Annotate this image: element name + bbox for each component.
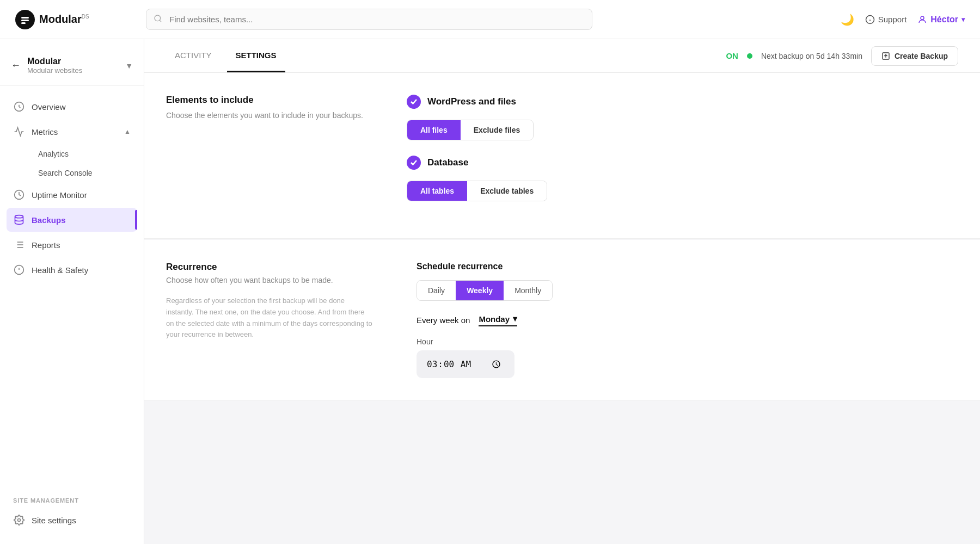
health-icon: [13, 264, 25, 276]
content-area: ACTIVITY SETTINGS ON Next backup on 5d 1…: [144, 39, 980, 544]
svg-point-16: [18, 519, 21, 522]
recurrence-section: Recurrence Choose how often you want bac…: [144, 240, 980, 400]
support-label: Support: [878, 15, 907, 24]
backups-icon: [13, 214, 25, 226]
svg-point-8: [15, 215, 23, 218]
exclude-tables-button[interactable]: Exclude tables: [467, 181, 547, 201]
frequency-toggle: Daily Weekly Monthly: [416, 280, 553, 301]
workspace-sub: Modular websites: [27, 66, 125, 75]
moon-icon[interactable]: 🌙: [841, 13, 854, 26]
content-header: ACTIVITY SETTINGS ON Next backup on 5d 1…: [144, 39, 980, 73]
hour-input[interactable]: [426, 358, 503, 370]
tab-settings[interactable]: SETTINGS: [227, 40, 285, 72]
day-dropdown[interactable]: Monday ▾: [479, 314, 517, 326]
daily-button[interactable]: Daily: [417, 281, 456, 300]
recurrence-section-left: Recurrence Choose how often you want bac…: [166, 262, 373, 378]
create-backup-label: Create Backup: [895, 52, 948, 60]
workspace-name: Modular: [27, 57, 125, 66]
svg-point-3: [155, 15, 161, 21]
backup-icon: [881, 52, 890, 60]
every-week-label: Every week on: [416, 316, 470, 325]
day-selected-value: Monday: [479, 314, 510, 324]
schedule-label: Schedule recurrence: [416, 262, 958, 271]
recurrence-section-inner: Recurrence Choose how often you want bac…: [166, 262, 958, 378]
user-name: Héctor: [930, 15, 958, 24]
sidebar-item-reports[interactable]: Reports: [7, 233, 137, 257]
recurrence-note: Regardless of your selection the first b…: [166, 295, 373, 341]
workspace-chevron-icon[interactable]: ▼: [125, 61, 133, 70]
overview-icon: [13, 101, 25, 113]
recurrence-title: Recurrence: [166, 262, 373, 273]
elements-section-left: Elements to include Choose the elements …: [166, 95, 363, 217]
all-files-button[interactable]: All files: [407, 120, 461, 140]
search-input[interactable]: [146, 9, 592, 30]
all-tables-button[interactable]: All tables: [407, 181, 467, 201]
next-backup-text: Next backup on 5d 14h 33min: [761, 52, 862, 60]
sidebar-item-backups-label: Backups: [32, 215, 131, 225]
hour-input-wrapper: [416, 350, 514, 378]
svg-rect-0: [21, 17, 29, 18]
database-label: Database: [427, 157, 469, 168]
logo: ModularDS: [15, 10, 124, 29]
exclude-files-button[interactable]: Exclude files: [461, 120, 534, 140]
status-on-label: ON: [726, 51, 738, 60]
sidebar-workspace: ← Modular Modular websites ▼: [0, 50, 144, 86]
metrics-submenu: Analytics Search Console: [7, 145, 137, 182]
sidebar-item-search-console[interactable]: Search Console: [32, 164, 137, 182]
wordpress-check-icon: [407, 95, 421, 109]
back-button[interactable]: ←: [11, 60, 21, 71]
content-body: Elements to include Choose the elements …: [144, 73, 980, 544]
sidebar-item-health[interactable]: Health & Safety: [7, 258, 137, 282]
status-dot: [747, 53, 752, 59]
elements-title: Elements to include: [166, 95, 363, 106]
sidebar: ← Modular Modular websites ▼ Overview Me…: [0, 39, 144, 544]
tabs: ACTIVITY SETTINGS: [166, 40, 292, 72]
sidebar-item-metrics-label: Metrics: [32, 127, 118, 137]
elements-desc: Choose the elements you want to include …: [166, 110, 363, 121]
sidebar-item-health-label: Health & Safety: [32, 265, 131, 275]
day-chevron-icon: ▾: [513, 314, 517, 324]
sidebar-item-backups[interactable]: Backups: [7, 208, 137, 232]
support-link[interactable]: Support: [865, 15, 907, 24]
wordpress-label: WordPress and files: [427, 96, 516, 107]
sidebar-item-site-settings[interactable]: Site settings: [7, 508, 137, 532]
sidebar-item-metrics[interactable]: Metrics ▲: [7, 120, 137, 144]
svg-point-5: [921, 16, 924, 20]
sidebar-item-analytics[interactable]: Analytics: [32, 145, 137, 163]
topbar-right: 🌙 Support Héctor ▾: [841, 13, 965, 26]
header-status: ON Next backup on 5d 14h 33min Create Ba…: [726, 46, 958, 66]
topbar: ModularDS 🌙 Support Héctor ▾: [0, 0, 980, 39]
recurrence-desc: Choose how often you want backups to be …: [166, 276, 373, 285]
hour-label: Hour: [416, 337, 958, 346]
database-check-row: Database: [407, 156, 958, 170]
logo-text: ModularDS: [39, 13, 89, 26]
wordpress-check-row: WordPress and files: [407, 95, 958, 109]
sidebar-item-backups-wrapper: Backups: [7, 208, 137, 232]
monthly-button[interactable]: Monthly: [504, 281, 552, 300]
tables-toggle-group: All tables Exclude tables: [407, 181, 547, 201]
user-menu[interactable]: Héctor ▾: [917, 15, 965, 24]
weekly-button[interactable]: Weekly: [456, 281, 504, 300]
logo-ds: DS: [82, 14, 89, 20]
every-week-row: Every week on Monday ▾: [416, 314, 958, 326]
elements-section-inner: Elements to include Choose the elements …: [166, 95, 958, 217]
database-check-icon: [407, 156, 421, 170]
search-bar: [146, 9, 592, 30]
elements-section-right: WordPress and files All files Exclude fi…: [407, 95, 958, 217]
sidebar-item-uptime[interactable]: Uptime Monitor: [7, 183, 137, 207]
sidebar-item-reports-label: Reports: [32, 240, 131, 250]
metrics-chevron-icon: ▲: [124, 128, 131, 135]
recurrence-section-right: Schedule recurrence Daily Weekly Monthly…: [416, 262, 958, 378]
reports-icon: [13, 239, 25, 251]
create-backup-button[interactable]: Create Backup: [871, 46, 958, 66]
sidebar-item-overview-label: Overview: [32, 102, 131, 112]
sidebar-item-uptime-label: Uptime Monitor: [32, 190, 131, 200]
sidebar-item-site-settings-label: Site settings: [32, 516, 131, 525]
search-icon: [154, 14, 162, 25]
active-bar: [135, 210, 137, 230]
sidebar-item-overview[interactable]: Overview: [7, 95, 137, 119]
tab-activity[interactable]: ACTIVITY: [166, 40, 220, 72]
elements-section: Elements to include Choose the elements …: [144, 73, 980, 239]
uptime-icon: [13, 189, 25, 201]
metrics-icon: [13, 126, 25, 138]
